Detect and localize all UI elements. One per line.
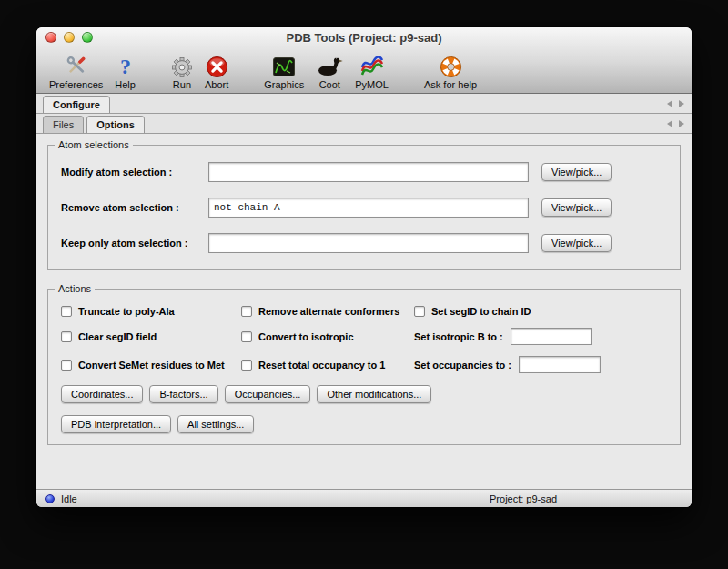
other-modifications-button[interactable]: Other modifications... bbox=[317, 385, 431, 403]
checkbox-box bbox=[414, 306, 425, 317]
all-settings-button[interactable]: All settings... bbox=[177, 415, 254, 433]
toolbar-button-graphics[interactable]: Graphics bbox=[264, 53, 304, 90]
checkbox-label: Convert SeMet residues to Met bbox=[78, 360, 225, 371]
checkbox-label: Convert to isotropic bbox=[258, 331, 354, 342]
checkbox-reset-total-occupancy[interactable]: Reset total occupancy to 1 bbox=[241, 360, 414, 371]
view-pick-modify-button[interactable]: View/pick... bbox=[541, 163, 612, 181]
tab-configure[interactable]: Configure bbox=[43, 96, 110, 113]
checkbox-label: Reset total occupancy to 1 bbox=[258, 360, 385, 371]
status-led-icon bbox=[46, 494, 55, 503]
status-bar: Idle Project: p9-sad bbox=[36, 489, 692, 507]
zoom-window-button[interactable] bbox=[82, 32, 93, 43]
tab-options[interactable]: Options bbox=[86, 116, 145, 133]
checkbox-box bbox=[241, 331, 252, 342]
actions-button-row-1: Coordinates... B-factors... Occupancies.… bbox=[61, 385, 667, 403]
actions-group: Actions Truncate to poly-Ala Remove alte… bbox=[47, 289, 681, 445]
tools-icon bbox=[65, 53, 88, 78]
checkbox-remove-alternate-conformers[interactable]: Remove alternate conformers bbox=[241, 306, 414, 317]
tab-scroll-left-icon[interactable] bbox=[667, 100, 672, 107]
run-gear-icon bbox=[171, 53, 193, 78]
toolbar-label-abort: Abort bbox=[205, 79, 228, 90]
subtab-scroll-right-icon[interactable] bbox=[679, 120, 684, 127]
keep-only-atom-selection-label: Keep only atom selection : bbox=[61, 238, 208, 249]
modify-atom-selection-row: Modify atom selection : View/pick... bbox=[61, 162, 667, 182]
pdb-interpretation-button[interactable]: PDB interpretation... bbox=[61, 415, 171, 433]
remove-atom-selection-label: Remove atom selection : bbox=[61, 202, 208, 213]
tab-options-label: Options bbox=[96, 119, 135, 130]
titlebar[interactable]: PDB Tools (Project: p9-sad) bbox=[36, 27, 692, 47]
keep-only-atom-selection-input[interactable] bbox=[208, 233, 529, 253]
checkbox-set-segid-to-chain-id[interactable]: Set segID to chain ID bbox=[414, 306, 667, 317]
checkbox-label: Set segID to chain ID bbox=[431, 306, 531, 317]
checkbox-label: Truncate to poly-Ala bbox=[78, 306, 175, 317]
toolbar-label-help: Help bbox=[115, 79, 136, 90]
checkbox-box bbox=[241, 360, 252, 371]
graphics-icon bbox=[272, 53, 296, 78]
toolbar-label-graphics: Graphics bbox=[264, 79, 304, 90]
set-isotropic-b-label: Set isotropic B to : bbox=[414, 331, 503, 342]
b-factors-button[interactable]: B-factors... bbox=[149, 385, 217, 403]
svg-text:?: ? bbox=[120, 55, 131, 78]
keep-only-atom-selection-row: Keep only atom selection : View/pick... bbox=[61, 233, 667, 253]
toolbar-button-run[interactable]: Run bbox=[171, 53, 193, 90]
window-chrome: PDB Tools (Project: p9-sad) bbox=[36, 27, 692, 94]
toolbar: Preferences ? Help bbox=[36, 47, 692, 93]
checkbox-truncate-to-poly-ala[interactable]: Truncate to poly-Ala bbox=[61, 306, 241, 317]
view-pick-keep-button[interactable]: View/pick... bbox=[541, 234, 612, 252]
remove-atom-selection-row: Remove atom selection : View/pick... bbox=[61, 198, 667, 218]
checkbox-box bbox=[61, 331, 72, 342]
set-occupancies-input[interactable] bbox=[519, 356, 601, 373]
toolbar-label-ask-for-help: Ask for help bbox=[424, 79, 477, 90]
checkbox-clear-segid-field[interactable]: Clear segID field bbox=[61, 331, 241, 342]
toolbar-button-preferences[interactable]: Preferences bbox=[49, 53, 103, 90]
toolbar-button-pymol[interactable]: PyMOL bbox=[355, 53, 389, 90]
actions-button-row-2: PDB interpretation... All settings... bbox=[61, 415, 667, 433]
remove-atom-selection-input[interactable] bbox=[208, 198, 529, 218]
toolbar-button-help[interactable]: ? Help bbox=[115, 53, 136, 90]
modify-atom-selection-label: Modify atom selection : bbox=[61, 167, 208, 178]
view-pick-remove-button[interactable]: View/pick... bbox=[541, 198, 612, 217]
traffic-lights bbox=[46, 32, 93, 43]
coordinates-button[interactable]: Coordinates... bbox=[61, 385, 143, 403]
toolbar-label-pymol: PyMOL bbox=[355, 79, 389, 90]
pymol-icon bbox=[360, 53, 384, 78]
toolbar-label-coot: Coot bbox=[319, 79, 340, 90]
checkbox-label: Clear segID field bbox=[78, 331, 157, 342]
checkbox-box bbox=[61, 306, 72, 317]
set-isotropic-b-input[interactable] bbox=[511, 328, 592, 345]
occupancies-button[interactable]: Occupancies... bbox=[225, 385, 311, 403]
checkbox-convert-semet-to-met[interactable]: Convert SeMet residues to Met bbox=[61, 360, 241, 371]
main-tabbar: Configure bbox=[36, 94, 692, 114]
subtab-scroll-left-icon[interactable] bbox=[667, 120, 672, 127]
modify-atom-selection-input[interactable] bbox=[208, 162, 529, 182]
toolbar-button-abort[interactable]: Abort bbox=[205, 53, 228, 90]
checkbox-label: Remove alternate conformers bbox=[258, 306, 399, 317]
coot-bird-icon bbox=[316, 53, 343, 78]
window-title: PDB Tools (Project: p9-sad) bbox=[287, 31, 442, 45]
checkbox-box bbox=[61, 360, 72, 371]
project-label: Project: p9-sad bbox=[490, 493, 557, 504]
help-question-icon: ? bbox=[116, 53, 135, 78]
checkbox-box bbox=[241, 306, 252, 317]
lifebuoy-icon bbox=[440, 53, 462, 78]
status-text: Idle bbox=[61, 493, 77, 504]
sub-tabbar: Files Options bbox=[36, 114, 692, 134]
toolbar-button-coot[interactable]: Coot bbox=[316, 53, 343, 90]
minimize-window-button[interactable] bbox=[64, 32, 75, 43]
atom-selections-group-title: Atom selections bbox=[55, 139, 133, 150]
tab-files[interactable]: Files bbox=[43, 116, 84, 133]
actions-group-title: Actions bbox=[55, 283, 95, 294]
sub-tab-arrows bbox=[667, 120, 684, 127]
toolbar-button-ask-for-help[interactable]: Ask for help bbox=[424, 53, 477, 90]
atom-selections-group: Atom selections Modify atom selection : … bbox=[47, 145, 681, 270]
abort-icon bbox=[206, 53, 228, 78]
tab-scroll-right-icon[interactable] bbox=[679, 100, 684, 107]
actions-checkbox-grid: Truncate to poly-Ala Remove alternate co… bbox=[61, 306, 667, 373]
set-occupancies-label: Set occupancies to : bbox=[414, 360, 511, 371]
tab-configure-label: Configure bbox=[53, 99, 100, 110]
close-window-button[interactable] bbox=[46, 32, 56, 43]
set-occupancies-field: Set occupancies to : bbox=[414, 356, 667, 373]
checkbox-convert-to-isotropic[interactable]: Convert to isotropic bbox=[241, 331, 414, 342]
toolbar-label-preferences: Preferences bbox=[49, 79, 103, 90]
main-tab-arrows bbox=[667, 100, 684, 107]
